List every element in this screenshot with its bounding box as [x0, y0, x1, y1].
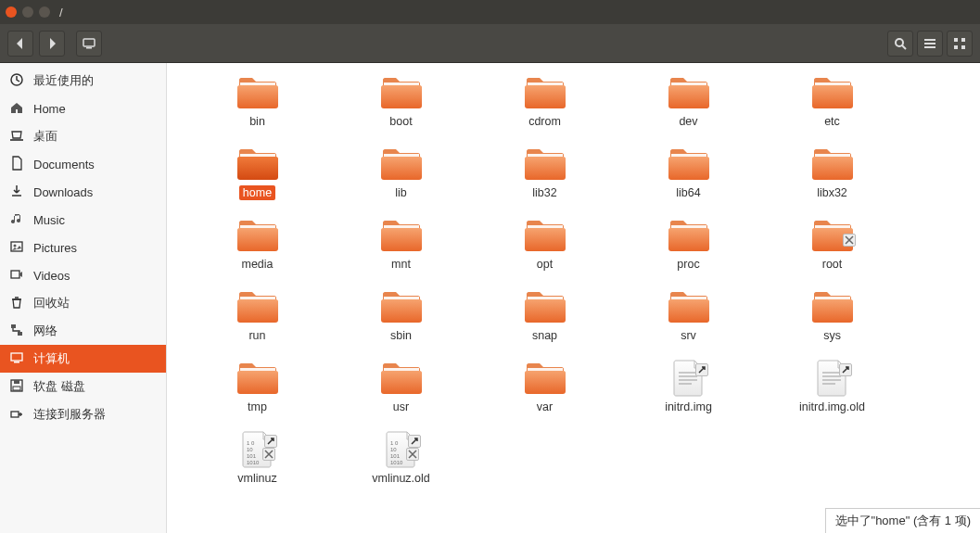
- item-root[interactable]: root: [760, 217, 904, 272]
- path-computer-button[interactable]: [76, 31, 102, 57]
- minimize-window-button[interactable]: [22, 6, 33, 18]
- item-label: var: [533, 400, 556, 414]
- item-initrd-img-old[interactable]: initrd.img.old: [760, 360, 904, 414]
- item-dev[interactable]: dev: [617, 74, 760, 129]
- item-etc[interactable]: etc: [760, 74, 904, 129]
- item-media[interactable]: media: [185, 217, 329, 272]
- sidebar-item-trash[interactable]: 回收站: [0, 289, 166, 317]
- item-label: initrd.img.old: [795, 400, 869, 414]
- sidebar-item-floppy[interactable]: 软盘 磁盘: [0, 373, 166, 400]
- item-sys[interactable]: sys: [760, 288, 904, 343]
- window-controls: [6, 6, 50, 18]
- videos-icon: [9, 267, 24, 285]
- sidebar-item-pictures[interactable]: Pictures: [0, 234, 166, 261]
- item-label: proc: [673, 257, 703, 272]
- sidebar-item-label: 最近使用的: [33, 72, 94, 89]
- sidebar-item-desktop[interactable]: 桌面: [0, 122, 166, 150]
- sidebar-item-label: 连接到服务器: [33, 406, 106, 423]
- back-button[interactable]: [7, 31, 33, 57]
- item-var[interactable]: var: [473, 360, 617, 414]
- item-label: etc: [821, 114, 844, 129]
- svg-text:1 0: 1 0: [390, 440, 399, 446]
- sidebar-item-videos[interactable]: Videos: [0, 261, 166, 289]
- sidebar-item-connect[interactable]: 连接到服务器: [0, 400, 166, 428]
- item-srv[interactable]: srv: [617, 288, 760, 343]
- list-view-button[interactable]: [917, 31, 943, 57]
- sidebar-item-label: Music: [33, 213, 65, 227]
- item-tmp[interactable]: tmp: [185, 360, 329, 414]
- sidebar-item-computer[interactable]: 计算机: [0, 345, 166, 373]
- folder-icon: [524, 146, 566, 183]
- item-lib32[interactable]: lib32: [473, 146, 617, 200]
- folder-icon: [380, 288, 423, 325]
- lock-badge-icon: [843, 234, 856, 247]
- music-icon: [9, 211, 24, 229]
- item-label: bin: [246, 114, 269, 129]
- close-window-button[interactable]: [6, 6, 17, 18]
- item-sbin[interactable]: sbin: [329, 288, 473, 343]
- item-home[interactable]: home: [185, 146, 329, 200]
- network-icon: [9, 323, 24, 340]
- item-lib[interactable]: lib: [329, 146, 473, 200]
- folder-icon: [236, 360, 279, 397]
- file-icon: [673, 360, 705, 397]
- pictures-icon: [9, 239, 24, 257]
- sidebar-item-recent[interactable]: 最近使用的: [0, 67, 166, 95]
- svg-text:1010: 1010: [390, 460, 403, 465]
- svg-rect-17: [18, 332, 22, 336]
- item-label: lib: [391, 185, 411, 200]
- svg-rect-0: [83, 39, 95, 46]
- sidebar-item-label: 计算机: [33, 350, 70, 367]
- sidebar-item-label: 回收站: [33, 295, 70, 311]
- sidebar-item-downloads[interactable]: Downloads: [0, 178, 166, 206]
- item-snap[interactable]: snap: [473, 288, 617, 343]
- folder-icon: [811, 74, 854, 111]
- item-vmlinuz-old[interactable]: 1 0101011010vmlinuz.old: [329, 431, 473, 486]
- item-libx32[interactable]: libx32: [760, 146, 904, 200]
- item-lib64[interactable]: lib64: [617, 146, 760, 200]
- svg-rect-19: [14, 362, 19, 363]
- toolbar: [0, 24, 980, 63]
- icon-view-button[interactable]: [947, 31, 973, 57]
- titlebar: /: [0, 0, 980, 24]
- item-run[interactable]: run: [185, 288, 329, 343]
- item-label: tmp: [244, 400, 271, 414]
- sidebar-item-label: 网络: [33, 323, 57, 339]
- floppy-icon: [9, 378, 24, 396]
- folder-icon: [811, 146, 854, 183]
- item-label: initrd.img: [661, 400, 716, 414]
- sidebar-item-music[interactable]: Music: [0, 206, 166, 234]
- item-label: lib32: [528, 185, 560, 200]
- item-mnt[interactable]: mnt: [329, 217, 473, 272]
- item-initrd-img[interactable]: initrd.img: [617, 360, 760, 414]
- folder-icon: [668, 217, 710, 254]
- item-boot[interactable]: boot: [329, 74, 473, 129]
- svg-rect-21: [14, 380, 19, 384]
- content-pane[interactable]: binbootcdromdevetchomeliblib32lib64libx3…: [167, 63, 980, 533]
- folder-icon: [236, 288, 279, 325]
- item-usr[interactable]: usr: [329, 360, 473, 414]
- item-proc[interactable]: proc: [617, 217, 760, 272]
- forward-button[interactable]: [39, 31, 65, 57]
- svg-rect-1: [86, 47, 92, 49]
- sidebar-item-network[interactable]: 网络: [0, 317, 166, 345]
- svg-rect-23: [11, 412, 19, 417]
- item-opt[interactable]: opt: [473, 217, 617, 272]
- folder-icon: [668, 146, 710, 183]
- sidebar-item-label: 桌面: [33, 128, 57, 145]
- sidebar-item-home[interactable]: Home: [0, 95, 166, 122]
- svg-text:10: 10: [390, 447, 397, 452]
- svg-point-2: [896, 39, 903, 46]
- sidebar-item-documents[interactable]: Documents: [0, 150, 166, 178]
- item-label: usr: [389, 400, 413, 414]
- item-cdrom[interactable]: cdrom: [473, 74, 617, 129]
- doc-icon: [9, 156, 24, 173]
- item-vmlinuz[interactable]: 1 0101011010vmlinuz: [185, 431, 329, 486]
- item-bin[interactable]: bin: [185, 74, 329, 129]
- svg-rect-12: [10, 139, 23, 141]
- svg-text:1010: 1010: [247, 460, 260, 465]
- home-icon: [9, 100, 24, 118]
- maximize-window-button[interactable]: [39, 6, 50, 18]
- item-label: media: [237, 257, 276, 272]
- search-button[interactable]: [887, 31, 913, 57]
